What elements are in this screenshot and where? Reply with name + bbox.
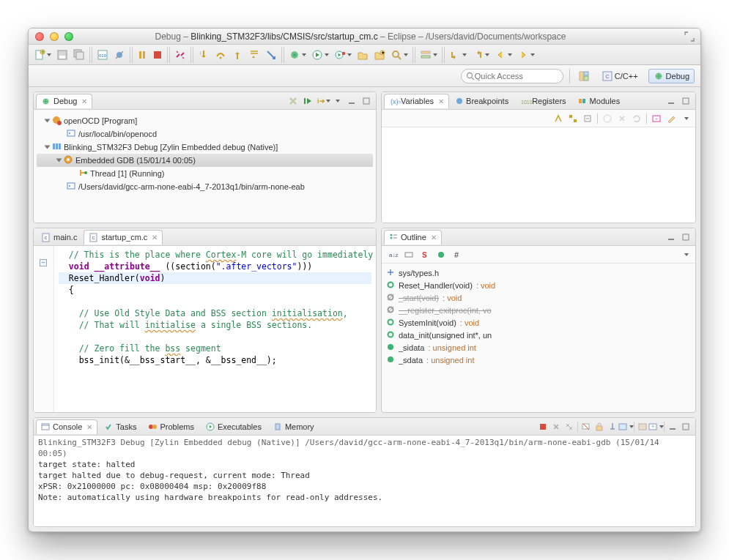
expand-icon[interactable]: [56, 159, 62, 163]
fullscreen-icon[interactable]: [684, 31, 695, 42]
tree-row[interactable]: Blinking_STM32F3 Debug [Zylin Embedded d…: [37, 141, 373, 154]
new-button[interactable]: ✚: [32, 47, 53, 63]
quick-access-search[interactable]: [461, 69, 563, 83]
minimize-view-button[interactable]: [347, 96, 357, 106]
drop-to-frame-button[interactable]: [246, 47, 262, 63]
new-project-button[interactable]: [355, 47, 371, 63]
collapse-all-button[interactable]: [582, 113, 593, 124]
new-watch-button[interactable]: +: [651, 113, 662, 124]
tree-row[interactable]: openOCD [Program]: [37, 114, 373, 127]
tab-modules[interactable]: Modules: [573, 94, 626, 108]
outline-item[interactable]: data_init(unsigned int*, un: [386, 329, 691, 341]
expand-icon[interactable]: [45, 119, 51, 123]
terminate-console-button[interactable]: [538, 422, 548, 432]
close-icon[interactable]: ✕: [86, 423, 92, 431]
open-folder-button[interactable]: ★: [371, 47, 388, 63]
step-mode-button[interactable]: i➜: [317, 96, 328, 106]
perspective-cpp[interactable]: C C/C++: [598, 70, 643, 83]
close-icon[interactable]: ✕: [431, 234, 437, 242]
view-menu-button[interactable]: [681, 113, 691, 124]
editor-tab[interactable]: cmain.c: [36, 230, 82, 244]
outline-item[interactable]: sys/types.h: [386, 266, 691, 279]
remove-all-button[interactable]: [564, 422, 574, 432]
close-window-button[interactable]: [35, 32, 44, 41]
maximize-view-button[interactable]: [681, 96, 691, 106]
minimize-view-button[interactable]: [666, 232, 676, 242]
clear-console-button[interactable]: [581, 422, 591, 432]
view-menu-button[interactable]: [332, 96, 342, 106]
tab-problems[interactable]: Problems: [143, 419, 199, 434]
save-all-button[interactable]: [71, 47, 87, 63]
tab-outline[interactable]: Outline✕: [384, 230, 442, 244]
remove-terminated-button[interactable]: [288, 96, 298, 106]
outline-item[interactable]: Reset_Handler(void) : void: [386, 279, 691, 291]
tab-debug[interactable]: Debug ✕: [36, 94, 92, 108]
step-into-button[interactable]: i: [196, 47, 212, 63]
maximize-view-button[interactable]: [681, 422, 691, 432]
show-type-button[interactable]: [553, 113, 563, 124]
outline-item[interactable]: _sidata : unsigned int: [386, 341, 691, 354]
tab-console[interactable]: Console✕: [36, 419, 97, 434]
display-console-button[interactable]: [621, 422, 631, 432]
expand-icon[interactable]: [45, 146, 51, 149]
show-console-button[interactable]: [637, 422, 648, 432]
step-over-button[interactable]: [212, 47, 229, 63]
hide-static-button[interactable]: S: [420, 250, 430, 260]
console-body[interactable]: Blinking_STM32F3 Debug [Zylin Embedded d…: [34, 436, 695, 526]
hide-nonpublic-button[interactable]: [436, 250, 446, 260]
sort-button[interactable]: a↓z: [388, 250, 398, 260]
maximize-view-button[interactable]: [681, 232, 691, 242]
remove-launch-button[interactable]: [551, 422, 561, 432]
terminate-button[interactable]: [150, 47, 165, 63]
debug-tree[interactable]: openOCD [Program]/usr/local/bin/openocdB…: [34, 110, 376, 223]
editor-gutter[interactable]: −: [34, 246, 54, 412]
binary-button[interactable]: 010: [95, 47, 111, 63]
tab-tasks[interactable]: Tasks: [99, 419, 141, 434]
minimize-window-button[interactable]: [50, 32, 59, 41]
skip-breakpoints-button[interactable]: [111, 47, 127, 63]
refresh-button[interactable]: [632, 113, 642, 124]
tree-row[interactable]: /usr/local/bin/openocd: [37, 127, 373, 141]
close-icon[interactable]: ✕: [81, 97, 87, 105]
tab-variables[interactable]: (x)=Variables✕: [384, 94, 449, 108]
save-button[interactable]: [54, 47, 70, 63]
instruction-step-button[interactable]: [263, 47, 279, 63]
pause-button[interactable]: [135, 47, 149, 63]
outline-item[interactable]: _sdata : unsigned int: [386, 354, 691, 366]
outline-item[interactable]: SystemInit(void) : void: [386, 316, 691, 329]
run-button[interactable]: [309, 47, 331, 63]
scroll-lock-button[interactable]: [594, 422, 604, 432]
close-icon[interactable]: ✕: [152, 234, 158, 242]
pin-console-button[interactable]: [607, 422, 618, 432]
disconnect-button[interactable]: [172, 47, 188, 63]
next-annotation-button[interactable]: [447, 47, 469, 63]
editor-tab[interactable]: cstartup_cm.c✕: [84, 230, 163, 244]
tree-row[interactable]: /Users/david/gcc-arm-none-eabi-4_7-2013q…: [37, 180, 373, 193]
outline-item[interactable]: __register_exitproc(int, vo: [386, 304, 691, 316]
zoom-window-button[interactable]: [64, 32, 73, 41]
prev-annotation-button[interactable]: [470, 47, 492, 63]
fold-toggle[interactable]: −: [40, 259, 47, 266]
resume-button[interactable]: [303, 96, 313, 106]
show-logical-button[interactable]: [568, 113, 578, 124]
close-icon[interactable]: ✕: [438, 97, 444, 105]
add-global-button[interactable]: [602, 113, 613, 124]
remove-button[interactable]: [617, 113, 627, 124]
tree-row[interactable]: Embedded GDB (15/01/14 00:05): [37, 154, 373, 167]
step-return-button[interactable]: [229, 47, 245, 63]
run-last-button[interactable]: [332, 47, 354, 63]
toggle-breadcrumb-button[interactable]: [418, 47, 440, 63]
open-perspective-button[interactable]: [576, 68, 592, 84]
outline-body[interactable]: sys/types.hReset_Handler(void) : void_st…: [382, 264, 695, 412]
outline-item[interactable]: _start(void) : void: [386, 291, 691, 304]
tab-breakpoints[interactable]: Breakpoints: [451, 94, 514, 108]
perspective-debug[interactable]: Debug: [648, 69, 695, 83]
search-button[interactable]: [388, 47, 410, 63]
code-area[interactable]: // This is the place where Cortex-M core…: [54, 246, 376, 412]
open-console-button[interactable]: +: [651, 422, 661, 432]
hide-inactive-button[interactable]: #: [452, 250, 462, 260]
tab-memory[interactable]: Memory: [268, 419, 319, 434]
hide-fields-button[interactable]: [404, 250, 414, 260]
forward-button[interactable]: [515, 47, 537, 63]
tree-row[interactable]: Thread [1] (Running): [37, 167, 373, 180]
